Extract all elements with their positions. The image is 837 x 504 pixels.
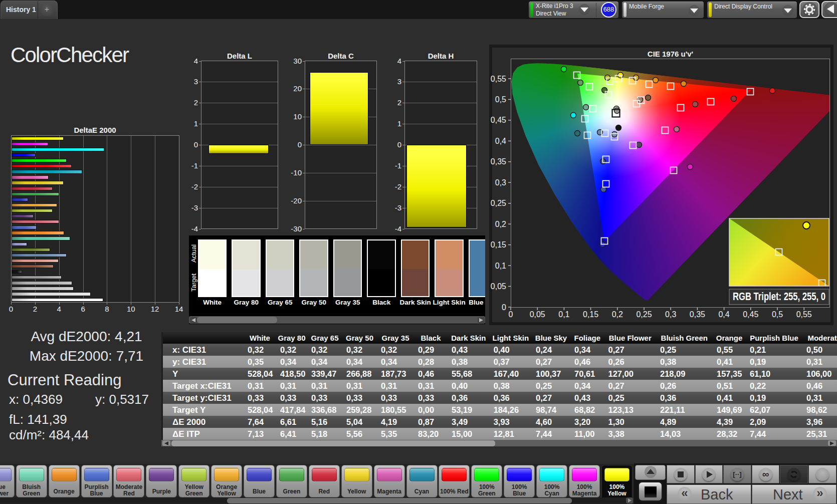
svg-text:0,15: 0,15 [583, 310, 598, 319]
svg-text:0: 0 [509, 310, 513, 319]
svg-text:0,55: 0,55 [491, 75, 506, 83]
svg-text:0,25: 0,25 [636, 310, 652, 319]
svg-text:0,45: 0,45 [743, 310, 758, 319]
svg-text:0,4: 0,4 [495, 137, 506, 145]
svg-text:0,35: 0,35 [491, 157, 506, 166]
svg-text:0,2: 0,2 [612, 310, 623, 319]
svg-text:0: 0 [502, 303, 506, 312]
svg-text:0,4: 0,4 [718, 310, 729, 319]
svg-text:0,25: 0,25 [491, 199, 506, 207]
svg-text:0,5: 0,5 [772, 310, 783, 319]
svg-text:0,1: 0,1 [495, 262, 506, 270]
svg-text:0,15: 0,15 [491, 240, 506, 249]
svg-text:0,35: 0,35 [690, 310, 705, 319]
svg-text:0,2: 0,2 [495, 220, 506, 228]
svg-text:0,1: 0,1 [558, 310, 569, 319]
svg-text:0,05: 0,05 [530, 310, 545, 319]
svg-text:0,3: 0,3 [495, 178, 506, 187]
svg-text:0,05: 0,05 [491, 282, 506, 291]
svg-text:0,55: 0,55 [796, 310, 812, 319]
svg-text:0,5: 0,5 [495, 95, 506, 104]
svg-text:0,45: 0,45 [491, 116, 506, 124]
svg-text:0,3: 0,3 [665, 310, 676, 319]
svg-text:RGB Triplet: 255, 255, 0: RGB Triplet: 255, 255, 0 [733, 290, 825, 303]
